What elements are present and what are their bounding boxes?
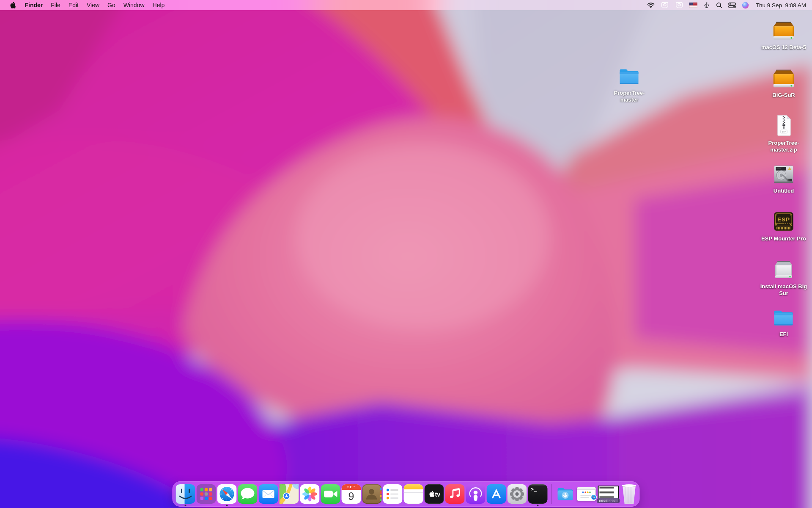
desktop-icon-macos-12-beta-5[interactable]: macOS 12 Beta-5 <box>759 18 808 51</box>
dock-item-apple-tv[interactable]: tv <box>425 484 444 504</box>
dock-separator <box>551 484 552 504</box>
menu-item-file[interactable]: File <box>47 0 65 10</box>
dock-item-notes[interactable] <box>404 484 423 504</box>
menu-item-help[interactable]: Help <box>148 0 169 10</box>
dock-item-contacts[interactable] <box>362 484 382 504</box>
esp-drive-icon: ESP MOUNTER PRO <box>771 209 796 234</box>
dock-item-maps[interactable] <box>280 484 299 504</box>
mounted-drive-icon[interactable] <box>661 2 669 8</box>
podcasts-icon <box>466 484 486 504</box>
terminal-icon: >_ <box>528 484 548 504</box>
contacts-icon <box>362 484 382 504</box>
external-drive-orange-icon <box>771 18 797 42</box>
desktop-icon-label: BiG-SuR <box>772 92 795 99</box>
folder-blue-icon <box>617 64 642 88</box>
desktop-icon-propertree-master[interactable]: ProperTree-master <box>606 64 653 103</box>
dock: SEP 9 <box>173 481 640 507</box>
menu-item-view[interactable]: View <box>82 0 103 10</box>
svg-text:ZIP: ZIP <box>782 130 786 133</box>
running-indicator <box>185 505 187 506</box>
external-drive-orange-icon <box>771 66 797 90</box>
menu-bar-left: Finder File Edit View Go Window Help <box>0 0 169 10</box>
dock-item-calendar[interactable]: SEP 9 <box>342 484 361 504</box>
desktop-icon-label: ESP Mounter Pro <box>761 235 806 242</box>
calendar-day: 9 <box>342 489 361 504</box>
desktop-icon-esp-mounter-pro[interactable]: ESP MOUNTER PRO ESP Mounter Pro <box>759 209 808 242</box>
dock-item-terminal[interactable]: >_ <box>528 484 548 504</box>
mail-icon <box>259 484 278 504</box>
facetime-icon <box>321 484 340 504</box>
safari-badge-icon <box>591 494 597 502</box>
apple-menu[interactable] <box>5 1 21 9</box>
menu-bar-clock[interactable]: Thu 9 Sep 9:08 AM <box>756 2 806 8</box>
menu-bar-status: Thu 9 Sep 9:08 AM <box>647 2 812 9</box>
desktop-icon-label: macOS 12 Beta-5 <box>761 44 806 51</box>
window-toolbar <box>577 487 596 490</box>
downloads-folder-icon <box>556 484 575 504</box>
app-store-icon <box>487 484 506 504</box>
desktop-icon-install-macos-big-sur[interactable]: Install macOS Big Sur <box>759 257 808 296</box>
apple-tv-icon: tv <box>425 484 444 504</box>
terminal-prompt-glyph: >_ <box>531 486 538 492</box>
dock-item-messages[interactable] <box>238 484 258 504</box>
messages-icon <box>238 484 258 504</box>
webpage-logo <box>582 491 591 493</box>
svg-text:tv: tv <box>435 491 441 498</box>
svg-text:MOUNTER PRO: MOUNTER PRO <box>775 222 792 224</box>
desktop-icon-label: ProperTree-master.zip <box>759 140 808 153</box>
dock-item-mail[interactable] <box>259 484 278 504</box>
spotlight-search-icon[interactable] <box>716 2 722 8</box>
menu-bar: Finder File Edit View Go Window Help <box>0 0 812 10</box>
desktop-icon-big-sur[interactable]: BiG-SuR <box>759 66 808 99</box>
notes-icon <box>404 484 423 504</box>
control-center-icon[interactable] <box>728 3 736 8</box>
system-preferences-icon <box>508 484 527 504</box>
dock-item-trash[interactable] <box>622 484 636 504</box>
photos-icon <box>300 484 320 504</box>
menu-item-window[interactable]: Window <box>119 0 148 10</box>
keyboard-us-flag-icon[interactable] <box>689 3 697 8</box>
desktop-icon-efi[interactable]: EFI <box>759 305 808 338</box>
svg-text:ESP: ESP <box>777 216 790 223</box>
dock-item-launchpad[interactable] <box>197 484 216 504</box>
running-indicator <box>537 505 539 506</box>
dock-item-photos[interactable] <box>300 484 320 504</box>
dock-item-app-store[interactable] <box>487 484 506 504</box>
desktop-icon-label: ProperTree-master <box>606 90 653 103</box>
minimized-window-label: createins... <box>596 498 620 503</box>
dock-item-minimized-browser-window[interactable] <box>577 487 596 501</box>
internal-drive-icon <box>771 161 796 186</box>
music-icon <box>445 484 465 504</box>
safari-icon <box>217 484 237 504</box>
dock-item-reminders[interactable] <box>383 484 403 504</box>
menu-item-go[interactable]: Go <box>104 0 120 10</box>
calendar-icon: SEP 9 <box>342 484 361 504</box>
dock-item-podcasts[interactable] <box>466 484 486 504</box>
menu-item-app[interactable]: Finder <box>21 0 47 10</box>
menu-item-edit[interactable]: Edit <box>64 0 82 10</box>
dock-item-music[interactable] <box>445 484 465 504</box>
folder-blue-icon <box>771 305 796 329</box>
dock-item-system-preferences[interactable] <box>508 484 527 504</box>
dock-item-minimized-terminal-window[interactable]: createins... <box>598 486 619 502</box>
desktop-icon-label: Install macOS Big Sur <box>759 283 808 296</box>
dock-item-facetime[interactable] <box>321 484 340 504</box>
apple-logo-icon <box>10 1 16 9</box>
mounted-drive-icon[interactable] <box>675 2 683 8</box>
macos-desktop: Finder File Edit View Go Window Help <box>0 0 812 508</box>
desktop-icon-propertree-zip[interactable]: ZIP ProperTree-master.zip <box>759 113 808 153</box>
running-indicator <box>226 505 228 506</box>
trash-streaks <box>625 487 634 503</box>
dock-item-downloads-folder[interactable] <box>556 484 575 504</box>
monterey-wallpaper <box>0 0 812 508</box>
desktop-icon-untitled[interactable]: Untitled <box>759 161 808 194</box>
finder-icon <box>176 484 195 504</box>
wifi-icon[interactable] <box>647 2 655 8</box>
desktop-icon-label: Untitled <box>774 188 794 194</box>
trash-rim <box>622 484 636 487</box>
dock-item-safari[interactable] <box>217 484 237 504</box>
desktop-icon-label: EFI <box>779 331 788 338</box>
heliport-antenna-icon[interactable] <box>703 2 710 8</box>
dock-item-finder[interactable] <box>176 484 195 504</box>
siri-icon[interactable] <box>742 2 749 9</box>
